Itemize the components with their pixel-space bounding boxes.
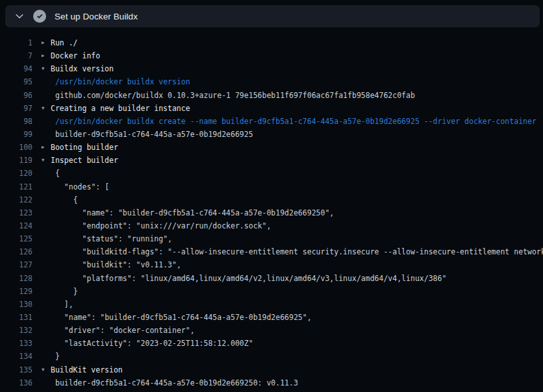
log-line-99: 99builder-d9cfb5a1-c764-445a-a57e-0b19d2… (0, 128, 543, 141)
log-line-123: 123 "name": "builder-d9cfb5a1-c764-445a-… (0, 206, 543, 219)
log-line-100: 100▶Booting builder (0, 141, 543, 154)
log-line-95: 95/usr/bin/docker buildx version (0, 75, 543, 88)
line-number[interactable]: 100 (0, 141, 32, 154)
line-number[interactable]: 126 (0, 245, 32, 258)
line-number[interactable]: 122 (0, 193, 32, 206)
check-circle-icon (33, 10, 46, 23)
command-text: /usr/bin/docker buildx create --name bui… (32, 115, 537, 128)
actions-log-viewer: Set up Docker Buildx 1▶Run ./7▶Docker in… (0, 0, 543, 392)
line-number[interactable]: 98 (0, 115, 32, 128)
log-line-131: 131 "name": "builder-d9cfb5a1-c764-445a-… (0, 311, 543, 324)
group-expanded-arrow-icon[interactable]: ▼ (42, 363, 51, 376)
line-number[interactable]: 121 (0, 180, 32, 193)
output-text: { (32, 167, 60, 180)
line-number[interactable]: 96 (0, 89, 32, 102)
group-title[interactable]: Run ./ (51, 36, 78, 49)
group-collapsed-arrow-icon[interactable]: ▶ (42, 36, 51, 49)
line-number[interactable]: 131 (0, 311, 32, 324)
log-line-126: 126 "buildkitd-flags": "--allow-insecure… (0, 245, 543, 258)
command-text: /usr/bin/docker buildx version (32, 75, 190, 88)
log-line-136: 136builder-d9cfb5a1-c764-445a-a57e-0b19d… (0, 376, 543, 389)
line-number[interactable]: 119 (0, 154, 32, 167)
output-text: "endpoint": "unix:///var/run/docker.sock… (32, 219, 271, 232)
chevron-down-icon[interactable] (14, 11, 25, 21)
log-line-120: 120{ (0, 167, 543, 180)
line-number[interactable]: 135 (0, 363, 32, 376)
log-line-96: 96github.com/docker/buildx 0.10.3+azure-… (0, 89, 543, 102)
line-number[interactable]: 132 (0, 324, 32, 337)
line-number[interactable]: 128 (0, 272, 32, 285)
log-line-129: 129 } (0, 285, 543, 298)
log-line-133: 133 "lastActivity": "2023-02-25T11:58:12… (0, 337, 543, 350)
log-output: 1▶Run ./7▶Docker info94▼Buildx version95… (0, 36, 543, 389)
log-line-134: 134} (0, 350, 543, 363)
output-text: github.com/docker/buildx 0.10.3+azure-1 … (32, 89, 415, 102)
line-number[interactable]: 134 (0, 350, 32, 363)
log-line-135: 135▼BuildKit version (0, 363, 543, 376)
group-title[interactable]: Creating a new builder instance (51, 102, 190, 115)
log-line-132: 132 "driver": "docker-container", (0, 324, 543, 337)
line-number[interactable]: 7 (0, 49, 32, 62)
log-line-7: 7▶Docker info (0, 49, 543, 62)
log-line-97: 97▼Creating a new builder instance (0, 102, 543, 115)
output-text: } (32, 350, 60, 363)
output-text: builder-d9cfb5a1-c764-445a-a57e-0b19d2e6… (32, 128, 253, 141)
group-expanded-arrow-icon[interactable]: ▼ (42, 154, 51, 167)
step-header[interactable]: Set up Docker Buildx (5, 5, 540, 27)
line-number[interactable]: 129 (0, 285, 32, 298)
line-number[interactable]: 99 (0, 128, 32, 141)
group-expanded-arrow-icon[interactable]: ▼ (42, 62, 51, 75)
log-line-119: 119▼Inspect builder (0, 154, 543, 167)
log-line-121: 121 "nodes": [ (0, 180, 543, 193)
line-number[interactable]: 1 (0, 36, 32, 49)
group-expanded-arrow-icon[interactable]: ▼ (42, 102, 51, 115)
output-text: } (32, 285, 78, 298)
line-number[interactable]: 120 (0, 167, 32, 180)
log-line-94: 94▼Buildx version (0, 62, 543, 75)
output-text: "name": "builder-d9cfb5a1-c764-445a-a57e… (32, 311, 312, 324)
output-text: builder-d9cfb5a1-c764-445a-a57e-0b19d2e6… (32, 376, 298, 389)
output-text: "lastActivity": "2023-02-25T11:58:12.000… (32, 337, 253, 350)
line-number[interactable]: 127 (0, 258, 32, 271)
group-title[interactable]: BuildKit version (51, 363, 123, 376)
output-text: ], (32, 298, 73, 311)
log-line-127: 127 "buildkit": "v0.11.3", (0, 258, 543, 271)
output-text: "name": "builder-d9cfb5a1-c764-445a-a57e… (32, 206, 334, 219)
group-collapsed-arrow-icon[interactable]: ▶ (42, 141, 51, 154)
line-number[interactable]: 97 (0, 102, 32, 115)
group-title[interactable]: Docker info (51, 49, 100, 62)
output-text: "buildkitd-flags": "--allow-insecure-ent… (32, 245, 543, 258)
line-number[interactable]: 95 (0, 75, 32, 88)
output-text: "driver": "docker-container", (32, 324, 195, 337)
line-number[interactable]: 123 (0, 206, 32, 219)
group-collapsed-arrow-icon[interactable]: ▶ (42, 49, 51, 62)
output-text: "platforms": "linux/amd64,linux/amd64/v2… (32, 272, 446, 285)
log-line-130: 130 ], (0, 298, 543, 311)
output-text: "nodes": [ (32, 180, 109, 193)
output-text: "buildkit": "v0.11.3", (32, 258, 181, 271)
line-number[interactable]: 133 (0, 337, 32, 350)
line-number[interactable]: 125 (0, 232, 32, 245)
log-line-122: 122 { (0, 193, 543, 206)
output-text: { (32, 193, 78, 206)
log-line-125: 125 "status": "running", (0, 232, 543, 245)
log-line-1: 1▶Run ./ (0, 36, 543, 49)
line-number[interactable]: 94 (0, 62, 32, 75)
output-text: "status": "running", (32, 232, 172, 245)
step-title: Set up Docker Buildx (55, 12, 138, 21)
group-title[interactable]: Buildx version (51, 62, 114, 75)
line-number[interactable]: 124 (0, 219, 32, 232)
line-number[interactable]: 130 (0, 298, 32, 311)
log-line-128: 128 "platforms": "linux/amd64,linux/amd6… (0, 272, 543, 285)
log-line-124: 124 "endpoint": "unix:///var/run/docker.… (0, 219, 543, 232)
group-title[interactable]: Booting builder (51, 141, 118, 154)
log-line-98: 98/usr/bin/docker buildx create --name b… (0, 115, 543, 128)
line-number[interactable]: 136 (0, 376, 32, 389)
group-title[interactable]: Inspect builder (51, 154, 118, 167)
